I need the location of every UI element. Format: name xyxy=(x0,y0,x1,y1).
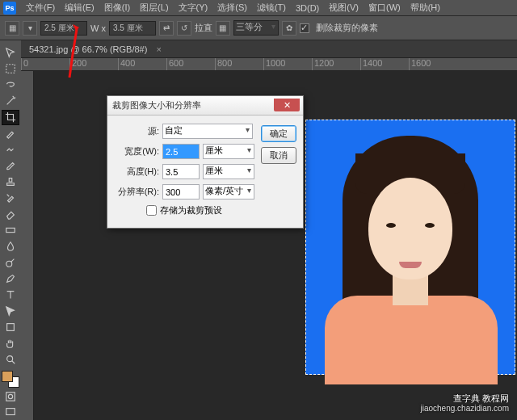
clear-icon[interactable]: ↺ xyxy=(177,21,191,36)
menu-bar: Ps 文件(F) 编辑(E) 图像(I) 图层(L) 文字(Y) 选择(S) 滤… xyxy=(0,0,517,16)
svg-rect-1 xyxy=(6,228,15,232)
resolution-unit-select[interactable]: 像素/英寸 xyxy=(203,184,254,200)
dialog-title-text: 裁剪图像大小和分辨率 xyxy=(112,99,201,111)
tool-quickmask[interactable] xyxy=(2,388,19,404)
width-input[interactable] xyxy=(162,144,200,159)
settings-gear-icon[interactable]: ✿ xyxy=(282,21,296,36)
color-swatches[interactable] xyxy=(2,371,19,388)
menu-layer[interactable]: 图层(L) xyxy=(135,2,173,14)
tool-screenmode[interactable] xyxy=(2,405,19,420)
svg-rect-3 xyxy=(7,323,15,330)
cancel-button[interactable]: 取消 xyxy=(261,147,296,164)
menu-help[interactable]: 帮助(H) xyxy=(406,2,445,14)
tool-path[interactable] xyxy=(2,303,19,318)
menu-file[interactable]: 文件(F) xyxy=(21,2,60,14)
ok-button[interactable]: 确定 xyxy=(261,125,296,142)
svg-point-6 xyxy=(8,394,12,398)
preset-dropdown-icon[interactable]: ▾ xyxy=(23,21,37,36)
tool-shape[interactable] xyxy=(2,319,19,334)
svg-rect-0 xyxy=(6,65,15,74)
tab-close-icon[interactable]: × xyxy=(156,44,161,54)
source-select[interactable]: 自定 xyxy=(162,124,253,139)
tool-wand[interactable] xyxy=(2,94,19,109)
tool-crop[interactable] xyxy=(2,110,19,125)
dialog-close-button[interactable]: ✕ xyxy=(274,99,300,111)
wx-label: W x xyxy=(90,23,106,33)
tool-eyedropper[interactable] xyxy=(2,126,19,141)
tool-eraser[interactable] xyxy=(2,207,19,222)
menu-image[interactable]: 图像(I) xyxy=(99,2,135,14)
height-label: 高度(H): xyxy=(114,166,159,178)
tool-gradient[interactable] xyxy=(2,223,19,238)
document-tab[interactable]: 54321.jpg @ 66.7% (RGB/8#) × xyxy=(23,44,168,54)
svg-point-2 xyxy=(6,261,12,267)
menu-select[interactable]: 选择(S) xyxy=(212,2,252,14)
ruler-vertical xyxy=(21,71,34,420)
tool-marquee[interactable] xyxy=(2,61,19,77)
tab-mode: (RGB/8#) xyxy=(110,44,147,54)
source-label: 源: xyxy=(114,125,159,137)
grid-select[interactable]: 三等分 xyxy=(233,20,279,36)
swap-icon[interactable]: ⇄ xyxy=(159,21,174,36)
tool-lasso[interactable] xyxy=(2,78,19,93)
menu-view[interactable]: 视图(V) xyxy=(324,2,364,14)
svg-point-4 xyxy=(7,355,13,361)
resolution-label: 分辨率(R): xyxy=(114,186,159,198)
crop-preset-icon[interactable]: ▦ xyxy=(5,21,19,36)
tool-brush[interactable] xyxy=(2,158,19,174)
annotation-arrow xyxy=(65,24,89,82)
tab-filename: 54321.jpg xyxy=(29,44,68,54)
menu-window[interactable]: 窗口(W) xyxy=(364,2,406,14)
height-unit-select[interactable]: 厘米 xyxy=(203,164,254,179)
tools-panel xyxy=(0,40,21,420)
grid-icon[interactable]: ▦ xyxy=(216,21,230,36)
delete-pixels-label: 删除裁剪的像素 xyxy=(316,22,378,34)
tool-history-brush[interactable] xyxy=(2,191,19,206)
tool-stamp[interactable] xyxy=(2,174,19,190)
menu-type[interactable]: 文字(Y) xyxy=(174,2,213,14)
svg-rect-7 xyxy=(6,409,15,415)
menu-edit[interactable]: 编辑(E) xyxy=(60,2,99,14)
dialog-titlebar[interactable]: 裁剪图像大小和分辨率 ✕ xyxy=(107,96,303,116)
save-preset-checkbox[interactable] xyxy=(146,205,157,216)
menu-3d[interactable]: 3D(D) xyxy=(291,3,324,13)
delete-pixels-checkbox[interactable] xyxy=(300,23,309,33)
svg-rect-5 xyxy=(6,392,15,401)
straighten-label[interactable]: 拉直 xyxy=(195,22,212,34)
width-unit-select[interactable]: 厘米 xyxy=(203,144,254,159)
save-preset-label: 存储为裁剪预设 xyxy=(160,204,222,216)
tool-move[interactable] xyxy=(2,45,19,61)
tool-hand[interactable] xyxy=(2,335,19,351)
tool-heal[interactable] xyxy=(2,142,19,158)
app-logo: Ps xyxy=(3,2,16,15)
tool-blur[interactable] xyxy=(2,239,19,254)
tool-pen[interactable] xyxy=(2,271,19,286)
crop-size-dialog: 裁剪图像大小和分辨率 ✕ 源: 自定 宽度(W): 厘米 高度(H): 厘米 分… xyxy=(107,95,304,229)
watermark: 查字典 教程网 jiaocheng.chazidian.com xyxy=(420,393,509,414)
tool-dodge[interactable] xyxy=(2,255,19,271)
tool-type[interactable] xyxy=(2,287,19,302)
photo-content xyxy=(305,120,515,375)
menu-filter[interactable]: 滤镜(T) xyxy=(252,2,291,14)
tool-zoom[interactable] xyxy=(2,351,19,367)
width-label: 宽度(W): xyxy=(114,145,159,158)
crop-height-input[interactable] xyxy=(109,21,156,36)
height-input[interactable] xyxy=(162,164,200,179)
resolution-input[interactable] xyxy=(162,184,200,200)
ruler-horizontal: 02004006008001000120014001600 xyxy=(21,58,517,71)
